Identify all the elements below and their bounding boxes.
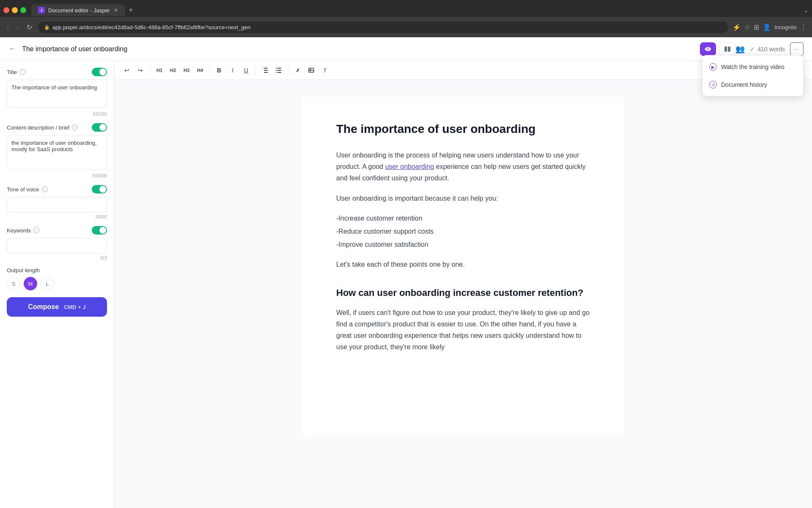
paragraph-2: User onboarding is important because it … <box>336 193 590 204</box>
tab-add-button[interactable]: + <box>129 6 133 15</box>
word-count-label: 410 words <box>757 46 785 52</box>
toolbar-divider-2 <box>209 66 210 75</box>
output-length-label: Output length <box>7 267 107 273</box>
close-traffic-light[interactable] <box>3 7 9 13</box>
tone-info-icon[interactable]: i <box>42 186 48 192</box>
save-check-icon: ✓ <box>750 46 755 52</box>
tab-favicon: J <box>38 7 45 14</box>
svg-point-11 <box>276 72 277 73</box>
traffic-lights <box>3 7 26 13</box>
keywords-info-icon[interactable]: i <box>33 227 39 233</box>
tone-input[interactable]: educational, helpful <box>7 197 107 213</box>
view-toggle-controls <box>700 42 735 56</box>
tone-char-count: 20/60 <box>7 214 107 219</box>
title-label-group: Title i <box>7 69 25 75</box>
keywords-char-count: 0/3 <box>7 255 107 260</box>
maximize-traffic-light[interactable] <box>20 7 26 13</box>
h3-button[interactable]: H3 <box>181 64 192 76</box>
star-icon[interactable]: ☆ <box>744 23 750 31</box>
h4-button[interactable]: H4 <box>194 64 206 76</box>
document-history-item[interactable]: ↺ Document history <box>702 76 803 94</box>
eye-icon <box>705 46 711 52</box>
content-desc-header: Content description / brief i <box>7 123 107 132</box>
forward-button[interactable]: › <box>15 22 20 33</box>
back-button[interactable]: ‹ <box>5 22 11 33</box>
collaborators-icon[interactable]: 👥 <box>735 44 745 54</box>
compose-button[interactable]: Compose CMD + J <box>7 297 107 317</box>
address-bar[interactable]: 🔒 app.jasper.ai/docs/edit/ec42d8ad-5d6c-… <box>38 22 729 33</box>
document-wrapper: The importance of user onboarding User o… <box>114 80 812 508</box>
content-desc-toggle[interactable] <box>92 123 107 132</box>
columns-icon <box>724 46 731 52</box>
incognito-label: Incognito <box>774 24 797 30</box>
section-heading-1: How can user onboarding increase custome… <box>336 287 590 298</box>
tone-field: Tone of voice i educational, helpful 20/… <box>7 185 107 219</box>
document-title: The importance of user onboarding <box>336 122 590 136</box>
save-status: ✓ 410 words <box>750 46 785 52</box>
text-format-button[interactable]: T <box>319 64 331 76</box>
svg-rect-0 <box>724 47 727 52</box>
size-small-button[interactable]: S <box>7 277 20 290</box>
watch-training-video-label: Watch the training video <box>721 64 785 70</box>
refresh-button[interactable]: ↻ <box>25 22 34 33</box>
title-toggle[interactable] <box>92 68 107 76</box>
tab-close-button[interactable]: ✕ <box>113 7 118 14</box>
redo-button[interactable]: ↪ <box>134 64 146 76</box>
document-title-header: The importance of user onboarding <box>22 45 700 53</box>
content-desc-input[interactable]: the importance of user onboarding, mostl… <box>7 135 107 170</box>
bullet-list-button[interactable] <box>273 64 285 76</box>
svg-text:1.: 1. <box>262 67 263 69</box>
bold-button[interactable]: B <box>213 64 225 76</box>
title-input[interactable]: The importance of user onboarding <box>7 80 107 108</box>
reading-list-icon[interactable]: ⊞ <box>754 23 759 31</box>
keywords-input[interactable] <box>7 238 107 254</box>
ordered-list-button[interactable]: 1. <box>259 64 271 76</box>
underline-button[interactable]: U <box>240 64 252 76</box>
keywords-label-group: Keywords i <box>7 227 39 234</box>
title-field-header: Title i <box>7 68 107 76</box>
browser-toolbar-right: ⚡ ☆ ⊞ 👤 Incognito ⋮ <box>732 23 807 31</box>
lock-icon: 🔒 <box>44 25 50 30</box>
toolbar-divider-1 <box>150 66 150 75</box>
main-area: Title i The importance of user onboardin… <box>0 61 812 508</box>
play-icon: ▶ <box>709 63 717 71</box>
extensions-icon[interactable]: ⚡ <box>732 23 741 31</box>
watch-training-video-item[interactable]: ▶ Watch the training video <box>702 58 803 76</box>
more-options-button[interactable]: ··· <box>790 42 804 56</box>
more-options-dropdown: ▶ Watch the training video ↺ Document hi… <box>702 55 804 97</box>
svg-point-10 <box>276 70 277 71</box>
italic-button[interactable]: I <box>227 64 239 76</box>
preview-view-button[interactable] <box>700 42 716 56</box>
title-field: Title i The importance of user onboardin… <box>7 68 107 116</box>
keywords-field: Keywords i 0/3 <box>7 226 107 260</box>
toolbar-divider-3 <box>255 66 256 75</box>
output-length-field: Output length S M L <box>7 267 107 290</box>
keywords-field-header: Keywords i <box>7 226 107 235</box>
back-to-docs-button[interactable]: ← <box>8 44 16 53</box>
svg-rect-8 <box>277 72 281 73</box>
profile-icon[interactable]: 👤 <box>763 23 771 31</box>
title-char-count: 33/150 <box>7 111 107 116</box>
size-medium-button[interactable]: M <box>24 277 37 290</box>
image-button[interactable] <box>305 64 317 76</box>
browser-tab[interactable]: J Document editor - Jasper ✕ <box>31 4 125 16</box>
size-large-button[interactable]: L <box>41 277 54 290</box>
h1-button[interactable]: H1 <box>154 64 165 76</box>
link-button[interactable] <box>292 64 304 76</box>
title-info-icon[interactable]: i <box>19 69 25 75</box>
list-item-3: -Improve customer satisfaction <box>336 239 590 250</box>
compose-shortcut: CMD + J <box>64 304 86 310</box>
user-onboarding-link[interactable]: user onboarding <box>385 163 434 170</box>
h2-button[interactable]: H2 <box>167 64 179 76</box>
split-view-button[interactable] <box>719 42 735 56</box>
content-desc-info-icon[interactable]: i <box>72 124 78 130</box>
paragraph-3: Let's take each of these points one by o… <box>336 259 590 270</box>
svg-rect-4 <box>264 72 268 73</box>
tab-title: Document editor - Jasper <box>48 7 110 14</box>
undo-button[interactable]: ↩ <box>121 64 133 76</box>
tone-toggle[interactable] <box>92 185 107 193</box>
browser-menu-icon[interactable]: ⋮ <box>800 23 807 31</box>
minimize-traffic-light[interactable] <box>12 7 18 13</box>
keywords-toggle[interactable] <box>92 226 107 235</box>
browser-tabs: J Document editor - Jasper ✕ + ⌄ <box>0 0 812 17</box>
